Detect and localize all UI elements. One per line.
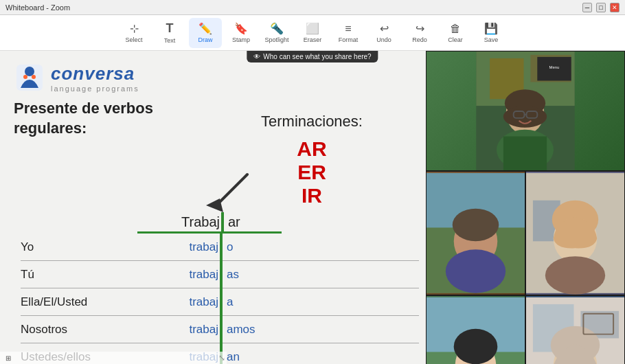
- video-tile-4: [426, 295, 525, 364]
- text-icon: T: [166, 21, 174, 36]
- ending-nosotros: amos: [223, 323, 277, 337]
- logo-area: conversa language programs: [14, 62, 412, 93]
- ending-ella: a: [223, 295, 277, 309]
- logo-text-area: conversa language programs: [51, 63, 139, 93]
- video-tile-1: Menu: [426, 51, 625, 171]
- window-controls: ─ □ ✕: [582, 3, 620, 12]
- video-tile-2: [426, 171, 525, 295]
- participant-video-5: [526, 296, 624, 364]
- stem-ella: trabaj: [137, 295, 220, 309]
- terminaciones-section: Terminaciones: AR ER IR: [261, 113, 363, 207]
- verb-ending-header: ar: [225, 214, 240, 230]
- undo-tool[interactable]: ↩ Undo: [367, 18, 400, 48]
- whiteboard[interactable]: conversa language programs Presente de v…: [0, 51, 426, 364]
- verb-stem-header: Trabaj: [137, 214, 220, 230]
- svg-point-25: [453, 209, 499, 242]
- redo-tool[interactable]: ↪ Redo: [403, 18, 436, 48]
- eraser-tool[interactable]: ⬜ Eraser: [296, 18, 329, 48]
- table-row: Nosotros trabaj amos: [21, 316, 419, 343]
- draw-icon: ✏️: [198, 22, 212, 35]
- format-tool[interactable]: ≡ Format: [332, 18, 365, 48]
- conversa-logo-icon: [14, 62, 45, 93]
- video-row-middle: [426, 171, 625, 295]
- stamp-tool[interactable]: 🔖 Stamp: [225, 18, 258, 48]
- vertical-divider-header: [221, 212, 224, 231]
- participant-video-1: Menu: [427, 52, 624, 170]
- eraser-icon: ⬜: [306, 22, 319, 35]
- video-row-bottom: [426, 295, 625, 364]
- status-text: ⊞: [5, 354, 11, 362]
- spotlight-icon: 🔦: [270, 22, 284, 35]
- ending-yo: o: [223, 240, 277, 254]
- participant-video-4: [427, 296, 525, 364]
- conjugation-table: Trabaj ar Yo trabaj o Tú trabaj as Ella/…: [21, 212, 419, 364]
- minimize-button[interactable]: ─: [582, 3, 592, 12]
- participant-video-3: [526, 172, 624, 295]
- video-row-top: Menu: [426, 51, 625, 171]
- svg-text:Menu: Menu: [549, 65, 560, 69]
- svg-point-14: [503, 106, 547, 128]
- ending-tu: as: [223, 268, 277, 282]
- main-area: conversa language programs Presente de v…: [0, 51, 625, 364]
- toolbar: ⊹ Select T Text ✏️ Draw 🔖 Stamp 🔦 Spotli…: [0, 15, 625, 51]
- title-bar: Whiteboard - Zoom ─ □ ✕: [0, 0, 625, 15]
- who-can-see-banner: 👁 Who can see what you share here?: [247, 51, 378, 62]
- video-tile-3: [525, 171, 625, 295]
- ending-er: ER: [261, 161, 363, 184]
- spotlight-tool[interactable]: 🔦 Spotlight: [260, 18, 293, 48]
- terminaciones-heading: Terminaciones:: [261, 113, 363, 130]
- pronoun-yo: Yo: [21, 240, 137, 254]
- svg-point-2: [23, 75, 27, 79]
- maximize-button[interactable]: □: [596, 3, 606, 12]
- arrow-icon: [203, 168, 258, 216]
- svg-point-37: [454, 328, 498, 364]
- table-row: Yo trabaj o: [21, 234, 419, 261]
- video-tile-5: [525, 295, 625, 364]
- svg-point-32: [545, 256, 605, 295]
- undo-icon: ↩: [380, 22, 389, 35]
- stem-tu: trabaj: [137, 268, 220, 282]
- redo-icon: ↪: [416, 22, 424, 35]
- pronoun-nosotros: Nosotros: [21, 323, 137, 337]
- stem-yo: trabaj: [137, 240, 220, 254]
- who-can-see-label: Who can see what you share here?: [263, 53, 371, 60]
- eye-icon: 👁: [253, 53, 260, 60]
- brand-name: conversa: [51, 63, 139, 84]
- pronoun-tu: Tú: [21, 268, 137, 282]
- clear-tool[interactable]: 🗑 Clear: [439, 18, 472, 48]
- ending-ir: IR: [261, 184, 363, 207]
- format-icon: ≡: [345, 23, 351, 35]
- arrow-container: [203, 168, 258, 218]
- svg-point-26: [446, 249, 505, 293]
- svg-rect-19: [503, 137, 547, 170]
- close-button[interactable]: ✕: [610, 3, 620, 12]
- svg-line-4: [216, 174, 247, 205]
- resize-handle[interactable]: ⤡: [218, 353, 225, 363]
- ending-ar: AR: [261, 137, 363, 161]
- stamp-icon: 🔖: [234, 22, 248, 35]
- select-icon: ⊹: [130, 22, 139, 35]
- participant-video-2: [427, 172, 525, 295]
- brand-subtitle: language programs: [51, 84, 139, 93]
- video-grid: Menu: [426, 51, 625, 364]
- pronoun-ella: Ella/El/Usted: [21, 295, 137, 309]
- stem-nosotros: trabaj: [137, 323, 220, 337]
- draw-tool[interactable]: ✏️ Draw: [189, 18, 222, 48]
- svg-point-3: [32, 75, 36, 79]
- svg-point-1: [25, 67, 34, 76]
- ending-ustedes: an: [223, 350, 277, 364]
- text-tool[interactable]: T Text: [153, 18, 186, 48]
- table-row: Ella/El/Usted trabaj a: [21, 288, 419, 316]
- status-bar: ⊞: [0, 352, 227, 364]
- window-title: Whiteboard - Zoom: [5, 3, 70, 12]
- clear-icon: 🗑: [450, 23, 461, 35]
- save-icon: 💾: [484, 22, 498, 35]
- save-tool[interactable]: 💾 Save: [475, 18, 508, 48]
- table-row: Tú trabaj as: [21, 261, 419, 288]
- verb-header: Trabaj ar: [137, 212, 419, 231]
- select-tool[interactable]: ⊹ Select: [117, 18, 150, 48]
